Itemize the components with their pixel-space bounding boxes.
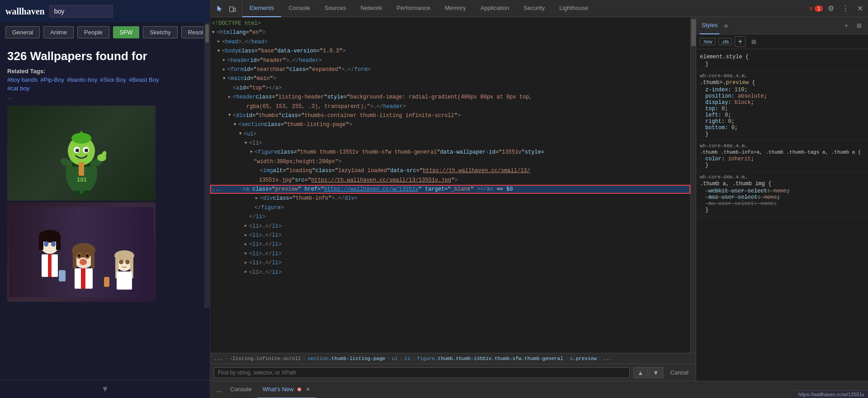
- style-source-3[interactable]: wh-core-06e…4.m…: [700, 174, 864, 180]
- tab-network[interactable]: Network: [354, 0, 390, 17]
- pseudo-cls[interactable]: .cls: [718, 38, 732, 45]
- tree-line-thumbs[interactable]: ▼ <div id="thumbs" class="thumbs-contain…: [210, 111, 690, 120]
- scroll-down-arrow[interactable]: ▼: [101, 384, 109, 394]
- bottom-tab-close-icon[interactable]: ✕: [306, 386, 310, 393]
- style-source-1[interactable]: wh-core-06e…4.m…: [700, 73, 864, 79]
- tab-security[interactable]: Security: [516, 0, 552, 17]
- tree-line-html[interactable]: ▼ <html lang="en" >: [210, 28, 690, 37]
- tree-line-ul[interactable]: ▼ <ul >: [210, 130, 690, 139]
- tree-line-listing-header-cont[interactable]: rgba(65, 153, 255, .3), transparent);">……: [210, 102, 690, 111]
- tree-line-section[interactable]: ▼ <section class="thumb-listing-page" >: [210, 120, 690, 129]
- tag-boy-bands[interactable]: #boy bands: [7, 76, 38, 83]
- tab-performance[interactable]: Performance: [389, 0, 437, 17]
- breadcrumb-dots[interactable]: ...: [214, 356, 223, 361]
- tree-line-body[interactable]: ▼ <body class="base" data-version="1.0.3…: [210, 47, 690, 56]
- tab-sources[interactable]: Sources: [317, 0, 354, 17]
- thumb-anime[interactable]: [7, 202, 156, 302]
- style-selector-2: .thumb .thumb-info>a, .thumb .thumb-tags…: [700, 150, 864, 155]
- tab-memory[interactable]: Memory: [438, 0, 473, 17]
- tree-line-li[interactable]: ▼ <li >: [210, 139, 690, 148]
- tab-console[interactable]: Console: [281, 0, 317, 17]
- pseudo-hov[interactable]: :hov: [700, 38, 716, 45]
- breadcrumb-infinite-scroll[interactable]: -listing.infinite-scroll: [229, 356, 301, 361]
- tree-line-head[interactable]: ▶ <head> … </head>: [210, 37, 690, 47]
- settings-icon[interactable]: ⚙: [825, 2, 837, 15]
- nav-sfw[interactable]: SFW: [113, 26, 140, 38]
- breadcrumb-a-preview[interactable]: a.preview: [570, 356, 596, 361]
- element-picker-icon[interactable]: [214, 3, 226, 14]
- tree-line-li7[interactable]: ▶ <li>… </li>: [210, 268, 690, 277]
- tree-line-li6[interactable]: ▶ <li>… </li>: [210, 258, 690, 267]
- close-devtools-icon[interactable]: ✕: [854, 2, 866, 15]
- tree-line-li2[interactable]: ▶ <li>… </li>: [210, 222, 690, 231]
- tree-line-listing-header[interactable]: ▶ <header class="listing-header" style="…: [210, 93, 690, 102]
- nav-people[interactable]: People: [77, 26, 109, 38]
- tab-application[interactable]: Application: [473, 0, 517, 17]
- styles-chevron[interactable]: »: [724, 22, 728, 30]
- tree-line-anchor-selected[interactable]: ... ▶ <a class="preview" href="https://w…: [210, 185, 690, 194]
- tree-line-form[interactable]: ▶ <form id="searchbar" class="expanded" …: [210, 65, 690, 74]
- tab-elements[interactable]: Elements: [242, 0, 281, 17]
- tree-line-thumb-info[interactable]: ▶ <div class="thumb-info" >… </div>: [210, 194, 690, 203]
- find-next-btn[interactable]: ▼: [649, 367, 663, 378]
- breadcrumb-ul[interactable]: ul: [392, 356, 398, 361]
- elements-content[interactable]: <!DOCTYPE html> ▼ <html lang="en" > ▶ <h…: [210, 17, 690, 353]
- find-cancel-btn[interactable]: Cancel: [667, 367, 692, 378]
- breadcrumb-figure[interactable]: figure.thumb.thumb-13551v.thumb-sfw.thum…: [417, 356, 563, 361]
- tree-line-li-close[interactable]: ▶ </li>: [210, 212, 690, 221]
- tree-line-figure-cont[interactable]: "width:300px;height:200px">: [210, 157, 690, 166]
- tag-beast-boy[interactable]: #Beast Boy: [129, 76, 159, 83]
- svg-rect-14: [83, 191, 90, 196]
- tree-line-figure-close[interactable]: ▶ </figure>: [210, 203, 690, 212]
- bottom-tab-console[interactable]: Console: [225, 381, 257, 398]
- breadcrumb-section[interactable]: section.thumb-listing-page: [307, 356, 385, 361]
- tree-line-li4[interactable]: ▶ <li>… </li>: [210, 240, 690, 249]
- breadcrumb-li[interactable]: li: [405, 356, 410, 361]
- pseudo-expand[interactable]: ⊞: [748, 36, 759, 47]
- bottom-tab-whats-new[interactable]: What's New ✕: [257, 381, 316, 398]
- breadcrumb-end[interactable]: ...: [603, 356, 612, 361]
- left-panel-scrollbar[interactable]: [204, 23, 210, 308]
- left-scroll-thumb[interactable]: [205, 24, 209, 42]
- tab-lighthouse[interactable]: Lighthouse: [552, 0, 595, 17]
- find-prev-btn[interactable]: ▲: [633, 367, 648, 378]
- tree-line-header[interactable]: ▶ <header id="header" >… </header>: [210, 56, 690, 65]
- tree-line-doctype[interactable]: <!DOCTYPE html>: [210, 19, 690, 28]
- styles-content[interactable]: element.style { } wh-core-06e…4.m… .thum…: [696, 49, 868, 381]
- pseudo-plus[interactable]: +: [735, 36, 745, 47]
- find-input[interactable]: [214, 367, 630, 378]
- style-source-2[interactable]: wh-core-06e…4.m…: [700, 143, 864, 149]
- elements-scrollbar-thumb[interactable]: [691, 19, 696, 46]
- styles-new-rule-btn[interactable]: +: [841, 20, 852, 31]
- styles-toggle-sidebar-btn[interactable]: ⊞: [854, 20, 864, 31]
- style-close-element: }: [700, 61, 864, 67]
- tree-line-main[interactable]: ▼ <main id="main" >: [210, 74, 690, 83]
- nav-anime[interactable]: Anime: [43, 26, 74, 38]
- nav-sketchy[interactable]: Sketchy: [143, 26, 177, 38]
- more-options-icon[interactable]: ⋮: [839, 2, 852, 15]
- tree-line-a-top[interactable]: ▶ <a id="top" ></a>: [210, 84, 690, 93]
- tree-line-li5[interactable]: ▶ <li>… </li>: [210, 249, 690, 258]
- thumb-fallout[interactable]: 101: [7, 106, 156, 201]
- bottom-dots[interactable]: ...: [214, 386, 225, 394]
- nav-general[interactable]: General: [5, 26, 40, 38]
- elements-scroll-area: <!DOCTYPE html> ▼ <html lang="en" > ▶ <h…: [210, 17, 696, 353]
- site-logo[interactable]: wallhaven: [5, 6, 45, 17]
- tree-line-img[interactable]: ▶ <img alt="loading" class="lazyload loa…: [210, 166, 690, 175]
- tag-bantic-boy[interactable]: #bantic-boy: [67, 76, 97, 83]
- tag-cat-boy[interactable]: #cat boy: [7, 85, 29, 92]
- tree-line-img-cont[interactable]: 13551v.jpg" src="https://th.wallhaven.cc…: [210, 176, 690, 185]
- breadcrumb-bar: ... › -listing.infinite-scroll › section…: [210, 353, 696, 364]
- tree-line-li3[interactable]: ▶ <li>… </li>: [210, 231, 690, 240]
- device-toggle-icon[interactable]: [226, 3, 238, 14]
- styles-tab[interactable]: Styles: [700, 17, 719, 34]
- more-tags[interactable]: ...: [7, 94, 203, 100]
- site-search-input[interactable]: [49, 5, 113, 18]
- svg-rect-24: [39, 236, 43, 250]
- tag-pip-boy[interactable]: #Pip-Boy: [40, 76, 64, 83]
- devtools-panel: Elements Console Sources Network Perform…: [210, 0, 868, 398]
- tag-sick-boy[interactable]: #Sick Boy: [100, 76, 126, 83]
- cursor-svg: [216, 5, 223, 12]
- elements-scrollbar[interactable]: [690, 17, 696, 353]
- tree-line-figure[interactable]: ▼ <figure class="thumb thumb-13551v thum…: [210, 148, 690, 157]
